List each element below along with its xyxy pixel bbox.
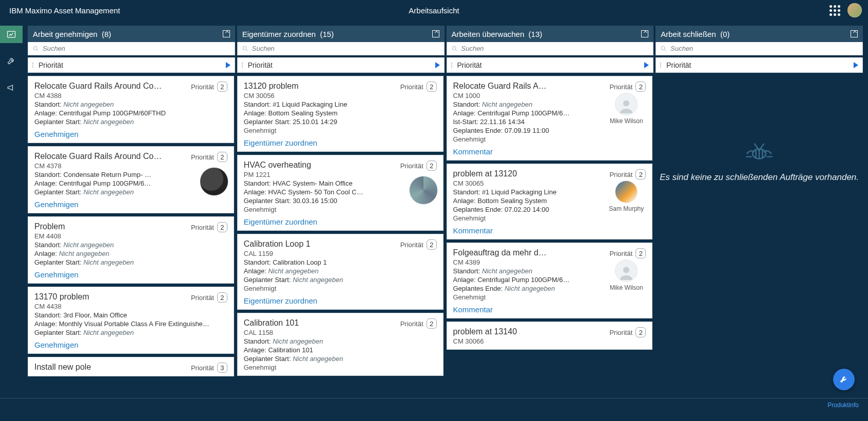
- owner-block: Sam Murphy: [606, 181, 647, 212]
- work-card[interactable]: Priorität2 Relocate Guard Rails Around C…: [28, 146, 234, 213]
- product-info-link[interactable]: Produktinfo: [827, 402, 859, 409]
- column-search[interactable]: [655, 42, 863, 55]
- column-count: (8): [102, 30, 111, 38]
- expand-column-icon[interactable]: [851, 30, 858, 37]
- svg-point-2: [243, 46, 246, 50]
- drag-handle-icon[interactable]: [32, 63, 35, 68]
- nav-dashboard-icon[interactable]: [0, 26, 23, 43]
- work-card[interactable]: Priorität2 Mike Wilson Relocate Guard Ra…: [447, 76, 653, 161]
- work-card[interactable]: Priorität2 Relocate Guard Rails Around C…: [28, 76, 234, 143]
- search-icon: [32, 45, 40, 52]
- card-list[interactable]: Priorität2 Relocate Guard Rails Around C…: [28, 73, 235, 398]
- empty-message: Es sind keine zu schließenden Aufträge v…: [660, 172, 859, 183]
- assign-owner-action[interactable]: Eigentümer zuordnen: [244, 138, 437, 147]
- search-input[interactable]: [43, 45, 230, 52]
- priority-value: 2: [217, 82, 227, 92]
- product-title: IBM Maximo Asset Management: [9, 6, 120, 15]
- owner-name: Sam Murphy: [606, 205, 647, 212]
- column-search[interactable]: [237, 42, 445, 55]
- column-filter[interactable]: Priorität: [28, 57, 235, 73]
- work-card[interactable]: Priorität2 Mike Wilson Folgeauftrag da m…: [447, 243, 653, 318]
- approve-action[interactable]: Genehmigen: [34, 200, 227, 209]
- asset-thumbnail: [200, 167, 228, 196]
- priority-label: Priorität: [191, 83, 214, 91]
- work-card[interactable]: Priorität2 Calibration Loop 1 CAL 1159 S…: [237, 234, 443, 310]
- apps-icon[interactable]: [830, 5, 840, 16]
- filter-label: Priorität: [38, 61, 63, 69]
- work-card[interactable]: Priorität2 Calibration 101 CAL 1158 Stan…: [237, 313, 443, 376]
- nav-tools-icon[interactable]: [0, 52, 23, 70]
- approve-action[interactable]: Genehmigen: [34, 130, 227, 138]
- fab-tools-button[interactable]: [833, 369, 855, 390]
- column-title: Arbeit genehmigen: [33, 30, 98, 38]
- drag-handle-icon[interactable]: [660, 63, 663, 68]
- svg-point-5: [623, 267, 629, 273]
- work-card[interactable]: Priorität2 13170 problem CM 4438 Standor…: [28, 287, 234, 354]
- search-input[interactable]: [461, 45, 649, 52]
- board: Arbeit genehmigen (8) Priorität Prioritä…: [23, 21, 868, 398]
- assign-owner-action[interactable]: Eigentümer zuordnen: [244, 296, 437, 305]
- card-list[interactable]: Priorität2 Mike Wilson Relocate Guard Ra…: [447, 73, 654, 398]
- column-assign-owner: Eigentümer zuordnen (15) Priorität Prior…: [237, 26, 445, 398]
- top-bar: IBM Maximo Asset Management Arbeitsaufsi…: [0, 0, 868, 21]
- column-header: Arbeit schließen (0): [655, 26, 863, 42]
- nav-announce-icon[interactable]: [0, 79, 23, 96]
- svg-rect-0: [8, 31, 15, 37]
- filter-play-icon[interactable]: [644, 62, 649, 68]
- expand-column-icon[interactable]: [432, 30, 439, 37]
- svg-point-3: [452, 46, 456, 50]
- filter-play-icon[interactable]: [854, 62, 858, 68]
- work-card[interactable]: Priorität2 Sam Murphy problem at 13120 C…: [447, 164, 653, 239]
- column-monitor: Arbeiten überwachen (13) Priorität Prior…: [447, 26, 654, 398]
- asset-thumbnail: [409, 176, 438, 205]
- column-approve: Arbeit genehmigen (8) Priorität Prioritä…: [28, 26, 235, 398]
- column-filter[interactable]: Priorität: [447, 57, 654, 73]
- owner-avatar-icon: [615, 93, 638, 115]
- column-header: Arbeiten überwachen (13): [447, 26, 654, 42]
- approve-action[interactable]: Genehmigen: [34, 340, 227, 349]
- column-search[interactable]: [28, 42, 235, 55]
- column-search[interactable]: [447, 42, 654, 55]
- filter-play-icon[interactable]: [435, 62, 440, 68]
- column-filter[interactable]: Priorität: [655, 57, 863, 73]
- left-nav-rail: [0, 21, 23, 421]
- drag-handle-icon[interactable]: [242, 63, 245, 68]
- svg-point-6: [662, 46, 665, 50]
- column-close: Arbeit schließen (0) Priorität Es sind k…: [655, 26, 863, 398]
- expand-column-icon[interactable]: [223, 30, 230, 37]
- empty-state: Es sind keine zu schließenden Aufträge v…: [655, 73, 863, 398]
- owner-name: Mike Wilson: [606, 284, 647, 291]
- work-card[interactable]: Priorität2 HVAC overheating PM 1221 Stan…: [237, 155, 443, 231]
- card-id: CM 4388: [34, 92, 227, 99]
- expand-column-icon[interactable]: [641, 30, 648, 37]
- owner-avatar-photo: [615, 181, 638, 203]
- user-avatar[interactable]: [847, 3, 862, 17]
- owner-name: Mike Wilson: [606, 117, 647, 125]
- footer: Produktinfo: [0, 398, 868, 421]
- approve-action[interactable]: Genehmigen: [34, 270, 227, 279]
- filter-play-icon[interactable]: [226, 62, 230, 68]
- search-icon: [242, 45, 249, 52]
- svg-point-1: [33, 46, 37, 50]
- assign-owner-action[interactable]: Eigentümer zuordnen: [244, 217, 437, 226]
- work-card[interactable]: Priorität2 Problem EM 4408 Standort: Nic…: [28, 216, 234, 284]
- search-input[interactable]: [252, 45, 440, 52]
- owner-block: Mike Wilson: [606, 259, 647, 291]
- bee-icon: [739, 134, 780, 165]
- column-header: Eigentümer zuordnen (15): [237, 26, 445, 42]
- work-card[interactable]: Priorität3 Install new pole: [28, 357, 234, 376]
- owner-avatar-icon: [615, 259, 638, 282]
- work-card[interactable]: Priorität2 problem at 13140 CM 30066: [447, 322, 653, 350]
- work-card[interactable]: Priorität2 13120 problem CM 30056 Stando…: [237, 76, 443, 152]
- column-filter[interactable]: Priorität: [237, 57, 445, 73]
- comment-action[interactable]: Kommentar: [453, 305, 646, 314]
- drag-handle-icon[interactable]: [451, 63, 454, 68]
- comment-action[interactable]: Kommentar: [453, 226, 646, 235]
- search-input[interactable]: [670, 45, 858, 52]
- search-icon: [660, 45, 667, 52]
- search-icon: [451, 45, 458, 52]
- svg-point-4: [623, 101, 629, 107]
- card-list[interactable]: Priorität2 13120 problem CM 30056 Stando…: [237, 73, 445, 398]
- comment-action[interactable]: Kommentar: [453, 147, 646, 156]
- owner-block: Mike Wilson: [606, 93, 647, 125]
